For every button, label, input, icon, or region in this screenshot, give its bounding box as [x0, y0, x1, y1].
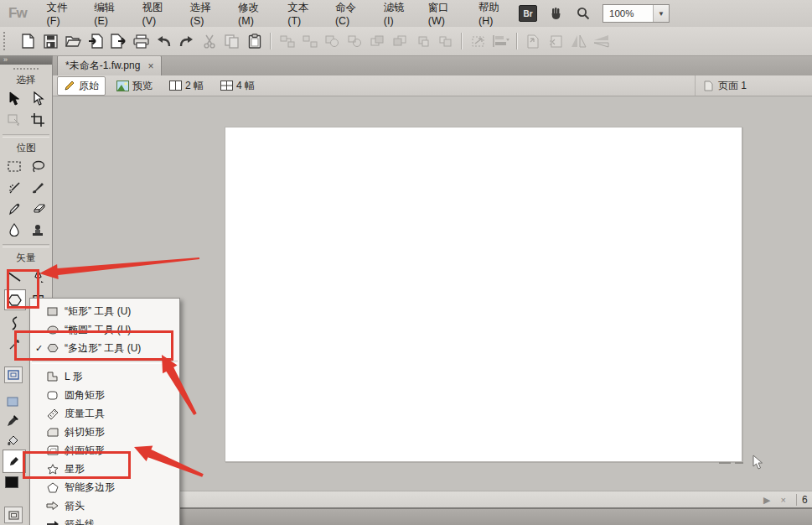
bring-front-icon[interactable] — [366, 31, 389, 51]
tab-preview[interactable]: 预览 — [111, 77, 158, 95]
menu-item-rectangle-tool[interactable]: “矩形” 工具 (U) — [30, 302, 179, 320]
menu-item-bevel-rectangle[interactable]: 斜面矩形 — [30, 441, 179, 460]
open-folder-icon[interactable] — [62, 31, 85, 51]
menu-item-l-shape[interactable]: L 形 — [30, 367, 179, 386]
cut-icon[interactable] — [198, 31, 220, 51]
export-icon[interactable] — [107, 31, 130, 51]
menu-file[interactable]: 文件(F) — [39, 0, 86, 27]
menu-item-arrow[interactable]: 箭头 — [30, 496, 179, 515]
menu-modify[interactable]: 修改(M) — [230, 0, 279, 27]
align-dropdown-icon[interactable] — [489, 31, 512, 51]
freeform-tool-icon[interactable] — [4, 314, 24, 333]
send-back-icon[interactable] — [434, 31, 457, 51]
pencil-icon — [64, 80, 75, 91]
menu-item-arrow-line[interactable]: 箭头线 — [30, 515, 179, 525]
menu-text[interactable]: 文本(T) — [279, 0, 327, 27]
menu-item-star[interactable]: 星形 — [30, 460, 179, 478]
fireworks-logo: Fw — [8, 5, 27, 22]
menu-help[interactable]: 帮助(H) — [470, 0, 519, 27]
paste-attributes-icon[interactable] — [545, 31, 567, 51]
menu-item-ellipse-tool[interactable]: “椭圆” 工具 (U) — [30, 320, 179, 339]
ruler-icon — [44, 408, 60, 419]
transform-icon[interactable] — [467, 31, 489, 51]
menu-window[interactable]: 窗口(W) — [420, 0, 470, 27]
panel-bottom-icon[interactable] — [4, 507, 23, 523]
menu-view[interactable]: 视图(V) — [134, 0, 182, 27]
hotspot-tool-icon[interactable] — [3, 392, 23, 411]
flip-vertical-icon[interactable] — [590, 31, 613, 51]
menu-item-chamfer-rectangle[interactable]: 斜切矩形 — [30, 423, 179, 441]
lasso-tool-icon[interactable] — [28, 157, 48, 176]
redo-icon[interactable] — [175, 31, 198, 51]
tab-original[interactable]: 原始 — [57, 76, 106, 96]
crop-tool-icon[interactable] — [28, 110, 48, 129]
tab-2up[interactable]: 2 幅 — [163, 77, 209, 95]
rubber-stamp-tool-icon[interactable] — [28, 220, 48, 239]
tab-close-icon[interactable]: × — [147, 61, 153, 71]
subselection-tool-icon[interactable] — [28, 89, 48, 108]
pointer-tool-icon[interactable] — [4, 89, 24, 108]
slice-scale-tool-icon[interactable] — [4, 366, 23, 383]
polygon-tool-button[interactable] — [4, 289, 26, 310]
canvas[interactable] — [225, 127, 742, 462]
menu-select[interactable]: 选择(S) — [182, 0, 230, 27]
toolbar-separator — [516, 33, 518, 49]
paste-inside-icon[interactable] — [522, 31, 545, 51]
undo-icon[interactable] — [153, 31, 175, 51]
vector-path-tool-icon[interactable] — [4, 335, 24, 354]
stroke-color-tool-icon[interactable] — [3, 450, 26, 473]
menu-commands[interactable]: 命令(C) — [327, 0, 375, 27]
intersect-icon[interactable] — [344, 31, 366, 51]
section-divider — [3, 244, 49, 247]
chamfer-rectangle-icon — [44, 428, 60, 437]
zoom-level-dropdown[interactable]: 100% ▼ — [603, 4, 670, 23]
marquee-tool-icon[interactable] — [4, 157, 24, 176]
import-icon[interactable] — [85, 31, 107, 51]
paste-icon[interactable] — [243, 31, 266, 51]
zoom-dropdown-arrow-icon[interactable]: ▼ — [653, 5, 669, 22]
play-animation-icon[interactable]: ▶ — [763, 495, 770, 506]
l-shape-icon — [44, 372, 60, 382]
panel-collapse-button[interactable]: » — [0, 55, 52, 65]
tab-4up[interactable]: 4 幅 — [215, 77, 261, 95]
eyedropper-tool-icon[interactable] — [3, 411, 23, 430]
menu-item-measure-tool[interactable]: 度量工具 — [30, 404, 179, 423]
print-icon[interactable] — [130, 31, 153, 51]
hand-tool-icon[interactable] — [549, 6, 564, 21]
pentagon-icon — [44, 482, 60, 493]
menu-item-rounded-rectangle[interactable]: 圆角矩形 — [30, 386, 179, 404]
blur-tool-icon[interactable] — [4, 220, 24, 239]
send-backward-icon[interactable] — [411, 31, 434, 51]
save-icon[interactable] — [39, 31, 62, 51]
pencil-tool-icon[interactable] — [4, 199, 24, 218]
menu-filters[interactable]: 滤镜(I) — [375, 0, 420, 27]
select-behind-tool-icon[interactable] — [4, 110, 24, 129]
line-tool-icon[interactable] — [4, 267, 24, 286]
bring-forward-icon[interactable] — [389, 31, 411, 51]
panel-grip[interactable] — [13, 68, 39, 71]
copy-icon[interactable] — [220, 31, 243, 51]
menu-edit[interactable]: 编辑(E) — [85, 0, 133, 27]
color-swatch-black[interactable] — [5, 476, 18, 488]
mouse-cursor-icon — [753, 455, 764, 470]
paint-bucket-tool-icon[interactable] — [3, 430, 23, 450]
brush-tool-icon[interactable] — [28, 178, 48, 197]
toolbar-grip[interactable] — [3, 32, 10, 50]
menu-item-polygon-tool[interactable]: ✓ “多边形” 工具 (U) — [30, 339, 179, 357]
zoom-search-icon[interactable] — [576, 6, 591, 21]
union-icon[interactable] — [321, 31, 344, 51]
bridge-icon[interactable]: Br — [519, 5, 537, 22]
pen-tool-icon[interactable] — [28, 267, 48, 286]
new-document-icon[interactable] — [17, 31, 39, 51]
document-tab[interactable]: *未命名-1.fw.png × — [57, 55, 162, 75]
magic-wand-tool-icon[interactable] — [4, 178, 24, 197]
eraser-tool-icon[interactable] — [28, 199, 48, 218]
polygon-icon — [8, 294, 22, 307]
ungroup-icon[interactable] — [298, 31, 321, 51]
flip-horizontal-icon[interactable] — [567, 31, 590, 51]
group-icon[interactable] — [276, 31, 298, 51]
page-indicator[interactable]: 页面 1 — [718, 79, 747, 93]
ellipse-icon — [44, 325, 60, 335]
stop-icon[interactable]: × — [781, 495, 786, 505]
menu-item-smart-polygon[interactable]: 智能多边形 — [30, 478, 179, 496]
